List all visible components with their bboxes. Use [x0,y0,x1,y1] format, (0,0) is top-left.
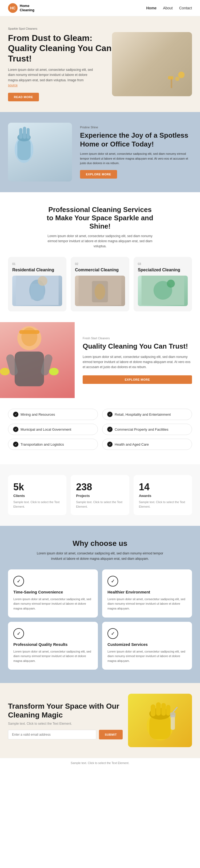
hero-cta-button[interactable]: READ MORE [8,93,39,101]
service-title-2: Commercial Cleaning [75,268,125,272]
why-card-custom-title: Customized Services [108,642,187,647]
stats-section: 5k Clients Sample text. Click to select … [0,464,200,526]
industry-tag-transport[interactable]: ✓ Transportation and Logistics [8,439,98,450]
hero-content: Sparkle Spot Cleaners From Dust to Gleam… [8,27,112,101]
hero-body: Lorem ipsum dolor sit amet, consectetur … [8,67,93,88]
svg-rect-27 [19,330,39,334]
fresh-image [0,322,75,398]
service-image-residential [12,276,62,306]
nav-links: Home About Contact [146,6,192,10]
service-image-specialized [138,276,188,306]
svg-rect-31 [151,704,156,716]
svg-line-37 [173,707,177,712]
fresh-section: Fresh Start Cleaners Quality Cleaning Yo… [0,322,200,398]
svg-point-26 [49,368,59,375]
why-icon-health: ✓ [108,576,118,587]
why-icon-custom: ✓ [108,628,118,639]
why-card-quality: ✓ Professional Quality Results Lorem ips… [8,622,98,670]
svg-rect-7 [19,128,23,139]
stat-number-awards: 14 [139,482,187,493]
industry-tag-health[interactable]: ✓ Health and Aged Care [102,439,192,450]
svg-rect-35 [171,715,175,730]
fresh-image-placeholder [0,322,75,398]
fresh-title: Quality Cleaning You Can Trust! [83,342,192,351]
industry-label-retail: Retail, Hospitality and Entertainment [115,412,171,416]
logo[interactable]: HC HomeCleaning [8,3,34,13]
services-title: Professional Cleaning Services to Make Y… [47,206,153,230]
spotless-content: Pristine Shine Experience the Joy of a S… [80,126,192,179]
commercial-image-icon [75,276,125,305]
hero-tag: Sparkle Spot Cleaners [8,27,112,30]
svg-point-13 [38,276,47,286]
services-section: Professional Cleaning Services to Make Y… [0,192,200,322]
svg-rect-5 [17,139,31,160]
fresh-body: Lorem ipsum dolor sit amet, consectetur … [83,354,192,370]
logo-text: HomeCleaning [20,4,34,12]
hero-image [112,32,192,96]
stat-label-projects: Projects [76,494,124,498]
industry-row-3: ✓ Transportation and Logistics ✓ Health … [8,439,192,450]
industry-label-commercial-property: Commercial Property and Facilities [115,428,168,431]
stat-label-awards: Awards [139,494,187,498]
check-icon-transport: ✓ [13,442,18,447]
industry-tag-commercial-property[interactable]: ✓ Commercial Property and Facilities [102,424,192,435]
section2-cta-button[interactable]: EXPLORE MORE [80,170,117,179]
svg-point-25 [0,368,10,375]
industry-tag-municipal[interactable]: ✓ Municipal and Local Government [8,424,98,435]
cta-title: Transform Your Space with Our Cleaning M… [8,702,123,720]
why-card-time: ✓ Time-Saving Convenience Lorem ipsum do… [8,569,98,618]
stat-card-awards: 14 Awards Sample text. Click to select t… [133,475,192,515]
specialized-image-icon [138,276,188,305]
svg-point-0 [178,72,185,78]
cta-submit-button[interactable]: SUBMIT [99,730,123,739]
spotless-section: Pristine Shine Experience the Joy of a S… [0,112,200,192]
why-section: Why choose us Lorem ipsum dolor sit amet… [0,526,200,683]
hero-image-placeholder [112,32,192,96]
service-title-1: Residential Cleaning [12,268,62,272]
check-icon-mining: ✓ [13,412,18,417]
why-card-health-body: Lorem ipsum dolor sit amet, consectetur … [108,597,187,611]
nav-home[interactable]: Home [146,6,157,10]
service-num-1: 01 [12,262,62,266]
svg-rect-8 [23,127,26,139]
stat-number-clients: 5k [13,482,61,493]
industry-label-transport: Transportation and Logistics [21,442,64,446]
why-icon-quality: ✓ [13,628,24,639]
why-card-time-body: Lorem ipsum dolor sit amet, consectetur … [13,597,92,611]
industry-tag-mining[interactable]: ✓ Mining and Resources [8,409,98,420]
hero-link[interactable]: source [8,84,17,87]
why-title: Why choose us [8,539,192,548]
why-card-quality-title: Professional Quality Results [13,642,92,647]
industry-tag-retail[interactable]: ✓ Retail, Hospitality and Entertainment [102,409,192,420]
navbar: HC HomeCleaning Home About Contact [0,0,200,16]
stat-card-projects: 238 Projects Sample text. Click to selec… [71,475,129,515]
cta-content: Transform Your Space with Our Cleaning M… [8,702,123,739]
service-num-2: 02 [75,262,125,266]
services-body: Lorem ipsum dolor sit amet, consectetur … [44,234,156,249]
spotless-image-placeholder [8,123,72,182]
cta-email-input[interactable] [8,730,96,739]
fresh-person-icon [0,322,59,397]
industry-label-health: Health and Aged Care [115,442,149,446]
svg-rect-36 [170,712,175,717]
hero-decoration-icon [165,69,187,91]
service-card-specialized: 03 Specialized Cleaning [133,257,192,311]
nav-about[interactable]: About [163,6,173,10]
service-card-residential: 01 Residential Cleaning [8,257,67,311]
why-icon-time: ✓ [13,576,24,587]
cta-section: Transform Your Space with Our Cleaning M… [0,683,200,758]
why-card-time-title: Time-Saving Convenience [13,590,92,594]
svg-rect-32 [156,702,161,716]
spotless-image [8,123,72,182]
stat-desc-clients: Sample text. Click to select the Text El… [13,500,61,509]
nav-contact[interactable]: Contact [179,6,192,10]
svg-rect-3 [168,76,173,80]
footer-note-text: Sample text. Click to select the Text El… [71,761,129,765]
stat-desc-awards: Sample text. Click to select the Text El… [139,500,187,509]
industry-row-2: ✓ Municipal and Local Government ✓ Comme… [8,424,192,435]
check-icon-commercial-property: ✓ [107,427,113,432]
svg-rect-12 [31,284,44,300]
fresh-cta-button[interactable]: EXPLORE MORE [83,375,192,384]
cta-form: SUBMIT [8,730,123,739]
svg-point-16 [95,284,105,300]
